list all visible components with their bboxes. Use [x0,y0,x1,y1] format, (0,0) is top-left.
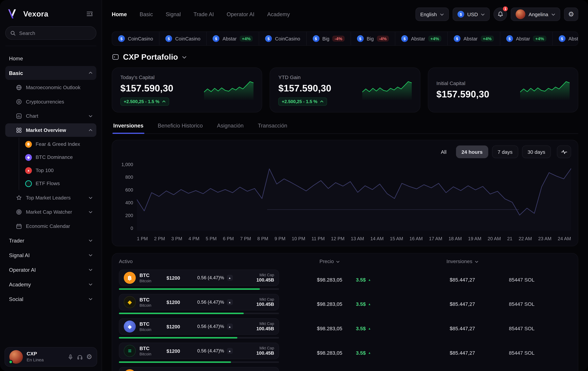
ticker-item[interactable]: $ CoinCasino [112,32,159,45]
nav-link-trade-ai[interactable]: Trade AI [194,11,214,17]
sidebar-item-chart[interactable]: Chart [5,109,96,123]
ticker-item[interactable]: $ Abstar +4% [395,32,448,45]
tab-transaccion[interactable]: Transacción [257,118,288,134]
table-row[interactable]: ◆ BTC Bitcoin $1200 0.56 (4.47)% ▲ [119,294,571,314]
table-row[interactable]: ฿ BTC Bitcoin $1200 0.56 (4.47)% ▲ [119,269,571,290]
x-tick-label: 24 AM [558,236,571,241]
nav-link-academy[interactable]: Academy [267,11,290,17]
language-selector[interactable]: English [415,8,449,21]
sidebar-item-academy[interactable]: Academy [5,278,96,291]
ticker-item[interactable]: $ Abstar +4% [553,32,578,45]
stat-value: $157.590,30 [436,89,489,100]
sidebar-item-label: Operator AI [9,267,85,273]
nav-link-signal[interactable]: Signal [166,11,181,17]
y-tick-label: 1,000 [121,162,133,167]
sidebar-item-home[interactable]: Home [5,52,96,65]
asset-symbol: BTC [139,346,163,351]
stat-card-todays-capital: Today's Capital $157.590,30 +2.500,25 - … [112,67,262,113]
mktcap-value: 100.45B [256,326,274,332]
ticker-change-badge: +4% [428,36,441,41]
ticker-item[interactable]: $ CoinCasino [259,32,306,45]
ticker-name: Abstar [516,36,530,41]
sidebar-item-fear-greed-index[interactable]: ฿ Fear & Greed Index [23,138,96,151]
sidebar-item-basic[interactable]: Basic [5,66,96,80]
x-tick-label: 17 AM [429,236,442,241]
sidebar-item-btc-dominance[interactable]: ◆ BTC Dominance [23,151,96,164]
range-button-7-days[interactable]: 7 days [492,145,518,158]
ticker-item[interactable]: $ Abstar +4% [500,32,553,45]
sidebar-item-macroeconomic-outlook[interactable]: Macroeconomic Outlook [5,81,96,94]
nav-link-basic[interactable]: Basic [140,11,153,17]
chart-type-button[interactable] [557,145,571,158]
nav-link-operator-ai[interactable]: Operator AI [227,11,254,17]
ticker-name: Abstar [411,36,425,41]
ticker-item[interactable]: $ Big -4% [351,32,395,45]
coin-icon: $ [118,35,125,42]
asset-card[interactable]: ฿ BTC Bitcoin $1200 0.56 (4.47)% ▲ [119,367,279,371]
headphones-icon[interactable] [77,354,83,360]
investment-value: $85.447,27 [429,350,496,356]
sidebar-item-economic-calendar[interactable]: Economic Calendar [5,219,96,233]
sidebar-collapse-icon[interactable] [84,9,95,19]
chevron-down-icon[interactable] [182,54,187,59]
up-arrow-icon: ▲ [227,324,233,330]
asset-name: Bitcoin [139,278,163,283]
ticker-item[interactable]: $ Abstar +4% [207,32,259,45]
asset-change: 0.56 (4.47)% ▲ [197,324,233,330]
user-menu[interactable]: Angelina [511,8,560,21]
sidebar-item-social[interactable]: Social [5,292,96,306]
mktcap-label: Mkt Cap [256,370,274,371]
sidebar-item-label: Top 100 [36,167,54,173]
notifications-button[interactable]: 1 [494,8,507,21]
table-row[interactable]: ≡ BTC Bitcoin $1200 0.56 (4.47)% ▲ [119,343,571,363]
sidebar-item-operator-ai[interactable]: Operator AI [5,263,96,277]
col-header-precio[interactable]: Precio [303,259,356,264]
search-input[interactable] [19,30,92,36]
chevron-down-icon [88,210,93,214]
settings-button[interactable]: ⚙ [564,8,578,21]
star-icon [16,194,22,201]
sidebar-item-signal-ai[interactable]: Signal AI [5,248,96,262]
asset-card[interactable]: ◆ BTC Bitcoin $1200 0.56 (4.47)% ▲ [119,318,279,335]
ticker-item[interactable]: $ Big -4% [307,32,351,45]
sidebar-item-etf-flows[interactable]: ETF Flows [23,177,96,190]
sidebar-item-top-market-leaders[interactable]: Top Market Leaders [5,191,96,204]
asset-name: Bitcoin [139,351,163,356]
sidebar-item-cryptocurrencies[interactable]: Cryptocurrencies [5,95,96,108]
sidebar-item-top-100[interactable]: ▲ Top 100 [23,164,96,177]
ticker-item[interactable]: $ CoinCasino [159,32,207,45]
sidebar-item-market-overview[interactable]: Market Overview [5,124,96,137]
range-button-24-hours[interactable]: 24 hours [456,145,488,158]
gain-value: 3.5$▲ [356,350,397,356]
stat-change-badge: +2.500,25 - 1.5 % [278,97,327,106]
nav-link-home[interactable]: Home [112,11,127,17]
sidebar-item-trader[interactable]: Trader [5,234,96,247]
ethereum-icon: ◆ [124,320,136,332]
x-tick-label: 5 PM [206,236,217,241]
main-chart [137,162,571,231]
range-button-30-days[interactable]: 30 days [522,145,551,158]
tab-inversiones[interactable]: Inversiones [113,118,144,134]
gear-icon[interactable]: ⚙ [86,353,92,360]
asset-card[interactable]: ◆ BTC Bitcoin $1200 0.56 (4.47)% ▲ [119,294,279,310]
investment-value: $85.447,27 [429,277,496,283]
ticker-item[interactable]: $ Abstar +4% [448,32,500,45]
table-row[interactable]: ◆ BTC Bitcoin $1200 0.56 (4.47)% ▲ [119,318,571,339]
asset-card[interactable]: ≡ BTC Bitcoin $1200 0.56 (4.47)% ▲ [119,343,279,359]
col-header-activo[interactable]: Activo [119,259,279,264]
sidebar-item-market-cap-watcher[interactable]: Market Cap Watcher [5,205,96,218]
tab-asignacion[interactable]: Asignación [216,118,244,134]
up-arrow-icon: ▲ [227,348,233,354]
asset-card[interactable]: ฿ BTC Bitcoin $1200 0.56 (4.47)% ▲ [119,269,279,286]
range-button-all[interactable]: All [435,145,452,158]
table-row[interactable]: ฿ BTC Bitcoin $1200 0.56 (4.47)% ▲ [119,367,571,371]
user-card[interactable]: CXP En Linea ⚙ [5,347,97,367]
tab-beneficio-historico[interactable]: Beneficio Historico [157,118,203,134]
sidebar-item-label: Chart [26,113,85,119]
bell-icon [497,11,504,18]
microphone-icon[interactable] [67,354,74,360]
x-tick-label: 2 PM [154,236,165,241]
calendar-icon [16,223,22,229]
currency-selector[interactable]: $ USD [453,8,490,21]
col-header-inversiones[interactable]: Inversiones [429,259,496,264]
